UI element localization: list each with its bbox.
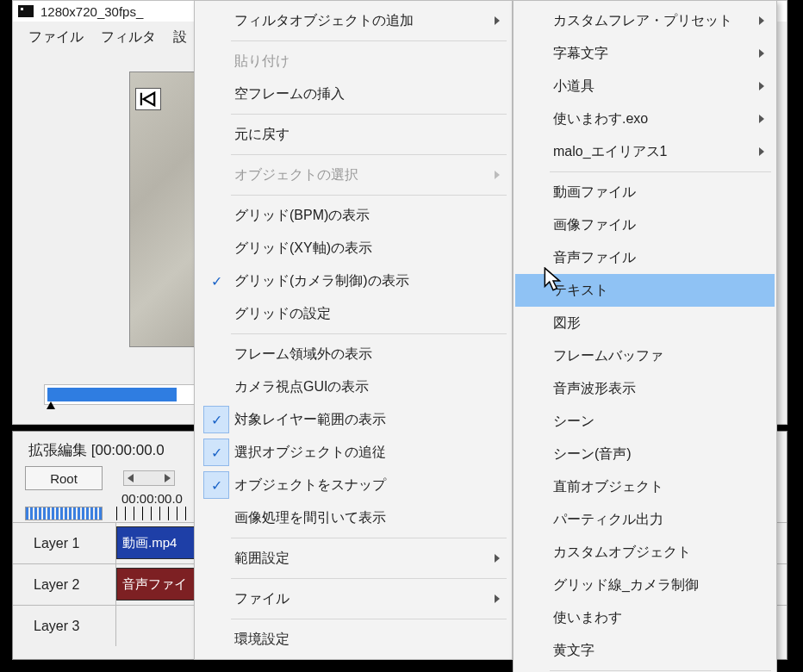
timeline-hscroll[interactable] bbox=[123, 470, 175, 486]
menu-separator bbox=[231, 154, 507, 155]
menu-item[interactable]: ✓グリッド(カメラ制御)の表示 bbox=[196, 264, 510, 297]
menu-item: オブジェクトの選択 bbox=[196, 159, 510, 191]
chevron-right-icon bbox=[495, 16, 500, 25]
menu-item[interactable]: シーン(音声) bbox=[515, 438, 775, 470]
menu-item-label: 元に戻す bbox=[234, 126, 289, 144]
menu-item-label: シーン bbox=[553, 413, 594, 431]
menu-item-label: 音声ファイル bbox=[553, 249, 636, 267]
menu-item[interactable]: 環境設定 bbox=[196, 623, 510, 656]
menu-item[interactable]: ✓オブジェクトをスナップ bbox=[196, 469, 510, 501]
layer-label[interactable]: Layer 3 bbox=[13, 606, 116, 646]
context-submenu[interactable]: カスタムフレア・プリセット字幕文字小道具使いまわす.exomalo_エイリアス1… bbox=[513, 0, 777, 672]
menu-item[interactable]: フィルタオブジェクトの追加 bbox=[196, 4, 510, 37]
menu-item[interactable]: グリッド(BPM)の表示 bbox=[196, 199, 510, 232]
layer-label[interactable]: Layer 1 bbox=[13, 523, 116, 563]
root-button[interactable]: Root bbox=[25, 466, 103, 490]
menu-item[interactable]: シーン bbox=[515, 405, 775, 438]
menu-item-label: 動画ファイル bbox=[553, 184, 636, 202]
menu-item[interactable]: 使いまわす bbox=[515, 601, 775, 634]
menu-item[interactable]: ファイル bbox=[196, 582, 510, 615]
menu-file[interactable]: ファイル bbox=[22, 27, 90, 48]
menu-item[interactable]: 黄文字 bbox=[515, 634, 775, 667]
menu-item-label: カスタムフレア・プリセット bbox=[553, 12, 732, 30]
menu-item-label: グリッドの設定 bbox=[234, 305, 331, 323]
menu-item-label: 範囲設定 bbox=[234, 550, 289, 568]
menu-item[interactable]: パーティクル出力 bbox=[515, 503, 775, 536]
menu-item-label: 空フレームの挿入 bbox=[234, 85, 345, 103]
menu-item[interactable]: カメラ視点GUIの表示 bbox=[196, 370, 510, 403]
seek-playhead[interactable] bbox=[47, 401, 55, 409]
menu-item-label: malo_エイリアス1 bbox=[553, 143, 667, 161]
menu-item[interactable]: 小道具 bbox=[515, 70, 775, 103]
menu-separator bbox=[550, 171, 771, 172]
title-text: 1280x720_30fps_ bbox=[40, 4, 143, 19]
menu-item[interactable]: 音声波形表示 bbox=[515, 372, 775, 405]
seek-fill bbox=[47, 388, 177, 401]
menu-item[interactable]: 直前オブジェクト bbox=[515, 470, 775, 503]
menu-item[interactable]: malo_エイリアス1 bbox=[515, 135, 775, 168]
audio-clip[interactable]: 音声ファイ bbox=[116, 568, 196, 600]
menu-separator bbox=[231, 195, 507, 196]
menu-item[interactable]: テキスト bbox=[515, 274, 775, 307]
menu-item-label: 使いまわす bbox=[553, 609, 622, 627]
menu-item[interactable]: ✓対象レイヤー範囲の表示 bbox=[196, 403, 510, 436]
menu-item-label: グリッド線_カメラ制御 bbox=[553, 576, 699, 594]
menu-item[interactable]: 図形 bbox=[515, 307, 775, 339]
menu-item-label: 字幕文字 bbox=[553, 45, 608, 63]
menu-item[interactable]: 画像処理を間引いて表示 bbox=[196, 501, 510, 534]
menu-item-label: 対象レイヤー範囲の表示 bbox=[234, 411, 386, 429]
menu-item[interactable]: 音声ファイル bbox=[515, 241, 775, 274]
zoom-bars-icon bbox=[25, 507, 103, 520]
goto-start-icon[interactable] bbox=[135, 88, 161, 110]
root-label: Root bbox=[50, 471, 78, 486]
menu-item-label: オブジェクトの選択 bbox=[234, 166, 358, 184]
menu-item[interactable]: カスタムフレア・プリセット bbox=[515, 4, 775, 37]
menu-item[interactable]: グリッド(XY軸)の表示 bbox=[196, 232, 510, 264]
menu-separator bbox=[231, 578, 507, 579]
ruler-ticks bbox=[116, 507, 194, 520]
menu-item[interactable]: カスタムオブジェクト bbox=[515, 536, 775, 569]
menu-item-label: シーン(音声) bbox=[553, 445, 632, 464]
chevron-right-icon bbox=[759, 115, 764, 123]
menu-item[interactable]: 空フレームの挿入 bbox=[196, 78, 510, 110]
menu-item-label: 貼り付け bbox=[234, 53, 289, 71]
chevron-right-icon bbox=[759, 147, 764, 156]
menu-item[interactable]: 動画ファイル bbox=[515, 176, 775, 208]
menu-item[interactable]: フレームバッファ bbox=[515, 339, 775, 372]
menu-separator bbox=[231, 333, 507, 334]
menu-item-label: フレーム領域外の表示 bbox=[234, 345, 372, 364]
menu-item[interactable]: 範囲設定 bbox=[196, 542, 510, 575]
video-clip[interactable]: 動画.mp4 bbox=[116, 526, 196, 559]
menu-separator bbox=[231, 619, 507, 619]
menu-item[interactable]: グリッドの設定 bbox=[196, 297, 510, 330]
menu-item-label: グリッド(BPM)の表示 bbox=[234, 207, 370, 225]
menu-item[interactable]: 使いまわす.exo bbox=[515, 103, 775, 135]
context-menu[interactable]: フィルタオブジェクトの追加貼り付け空フレームの挿入元に戻すオブジェクトの選択グリ… bbox=[194, 0, 513, 660]
menu-etc[interactable]: 設 bbox=[166, 27, 194, 48]
menu-filter[interactable]: フィルタ bbox=[94, 27, 163, 48]
menu-item: 貼り付け bbox=[196, 45, 510, 78]
seek-bar[interactable] bbox=[44, 384, 208, 405]
menu-item-label: カメラ視点GUIの表示 bbox=[234, 378, 369, 396]
menu-item[interactable]: 字幕文字 bbox=[515, 37, 775, 70]
chevron-right-icon bbox=[759, 82, 764, 90]
menu-item[interactable]: 画像ファイル bbox=[515, 208, 775, 241]
layer-label[interactable]: Layer 2 bbox=[13, 564, 116, 605]
menu-separator bbox=[231, 538, 507, 538]
menu-item-label: フレームバッファ bbox=[553, 347, 663, 365]
chevron-right-icon bbox=[495, 171, 500, 179]
menu-item-label: 図形 bbox=[553, 314, 581, 333]
menu-item[interactable]: 元に戻す bbox=[196, 118, 510, 151]
zoom-indicator[interactable] bbox=[13, 507, 116, 522]
menu-item-label: 黄文字 bbox=[553, 642, 594, 660]
menu-item-label: 選択オブジェクトの追従 bbox=[234, 444, 386, 462]
menu-item-label: 音声波形表示 bbox=[553, 380, 636, 398]
menu-item[interactable]: グリッド線_カメラ制御 bbox=[515, 569, 775, 601]
menu-separator bbox=[231, 40, 507, 41]
check-icon: ✓ bbox=[203, 439, 229, 466]
menu-item-label: オブジェクトをスナップ bbox=[234, 476, 386, 495]
menu-item[interactable]: フレーム領域外の表示 bbox=[196, 338, 510, 370]
check-icon: ✓ bbox=[203, 406, 229, 433]
chevron-right-icon bbox=[759, 16, 764, 25]
menu-item[interactable]: ✓選択オブジェクトの追従 bbox=[196, 436, 510, 469]
